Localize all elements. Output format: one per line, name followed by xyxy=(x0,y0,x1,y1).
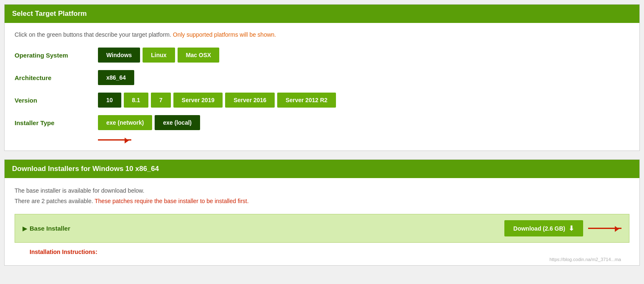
installer-type-row: Installer Type exe (network) exe (local) xyxy=(15,115,629,130)
download-info: The base installer is available for down… xyxy=(15,186,629,206)
btn-server2019[interactable]: Server 2019 xyxy=(173,93,223,108)
url-hint: https://blog.codin.na/m2_3714...ma xyxy=(549,257,621,262)
download-btn-label: Download (2.6 GB) xyxy=(514,225,565,232)
arch-row: Architecture x86_64 xyxy=(15,70,629,85)
download-red-arrow xyxy=(588,228,621,229)
btn-macosx[interactable]: Mac OSX xyxy=(178,48,220,63)
btn-v7[interactable]: 7 xyxy=(151,93,171,108)
select-target-section: Select Target Platform Click on the gree… xyxy=(4,4,640,151)
arch-buttons: x86_64 xyxy=(98,70,134,85)
download-title: Download Installers for Windows 10 x86_6… xyxy=(12,165,159,173)
version-buttons: 10 8.1 7 Server 2019 Server 2016 Server … xyxy=(98,93,336,108)
btn-x86_64[interactable]: x86_64 xyxy=(98,70,134,85)
download-body: The base installer is available for down… xyxy=(5,178,639,265)
installer-arrow-icon xyxy=(98,139,131,141)
os-label: Operating System xyxy=(15,52,98,59)
btn-windows[interactable]: Windows xyxy=(98,48,140,63)
btn-exe-network[interactable]: exe (network) xyxy=(98,115,152,130)
os-row: Operating System Windows Linux Mac OSX xyxy=(15,48,629,63)
select-section-title: Select Target Platform xyxy=(12,10,87,18)
download-info-line2: There are 2 patches available. These pat… xyxy=(15,196,629,206)
installation-instructions: Installation Instructions: xyxy=(22,243,105,259)
btn-v81[interactable]: 8.1 xyxy=(124,93,148,108)
info-line2-pre: There are 2 patches available. xyxy=(15,198,95,204)
select-section-body: Click on the green buttons that describe… xyxy=(5,23,639,151)
instruction-highlight: Only supported platforms will be shown. xyxy=(173,31,276,38)
arch-label: Architecture xyxy=(15,74,98,81)
base-installer-text: Base Installer xyxy=(30,225,70,232)
version-row: Version 10 8.1 7 Server 2019 Server 2016… xyxy=(15,93,629,108)
base-installer-label: ▶ Base Installer xyxy=(23,225,70,232)
version-label: Version xyxy=(15,97,98,104)
btn-server2012r2[interactable]: Server 2012 R2 xyxy=(277,93,336,108)
installer-type-label: Installer Type xyxy=(15,119,98,126)
btn-server2016[interactable]: Server 2016 xyxy=(225,93,275,108)
btn-exe-local[interactable]: exe (local) xyxy=(155,115,200,130)
os-buttons: Windows Linux Mac OSX xyxy=(98,48,219,63)
installer-type-buttons: exe (network) exe (local) xyxy=(98,115,200,130)
download-button[interactable]: Download (2.6 GB) ⬇ xyxy=(504,220,583,236)
installer-row-wrapper: Installer Type exe (network) exe (local) xyxy=(15,115,629,141)
chevron-icon: ▶ xyxy=(23,225,27,232)
bottom-row: Installation Instructions: https://blog.… xyxy=(15,243,629,265)
select-section-header: Select Target Platform xyxy=(5,5,639,23)
base-installer-row: ▶ Base Installer Download (2.6 GB) ⬇ xyxy=(15,214,629,243)
instruction-text: Click on the green buttons that describe… xyxy=(15,30,629,39)
installer-arrow-row xyxy=(15,139,629,141)
page-wrapper: Select Target Platform Click on the gree… xyxy=(0,0,644,278)
base-installer-section: ▶ Base Installer Download (2.6 GB) ⬇ Ins… xyxy=(15,214,629,265)
download-section: Download Installers for Windows 10 x86_6… xyxy=(4,159,640,266)
download-header: Download Installers for Windows 10 x86_6… xyxy=(5,160,639,178)
instruction-main: Click on the green buttons that describe… xyxy=(15,31,173,38)
download-arrow-icon: ⬇ xyxy=(569,224,574,232)
info-line2-red: These patches require the base installer… xyxy=(95,198,249,204)
download-info-line1: The base installer is available for down… xyxy=(15,186,629,196)
btn-v10[interactable]: 10 xyxy=(98,93,121,108)
download-btn-area: Download (2.6 GB) ⬇ xyxy=(504,220,621,236)
btn-linux[interactable]: Linux xyxy=(143,48,175,63)
